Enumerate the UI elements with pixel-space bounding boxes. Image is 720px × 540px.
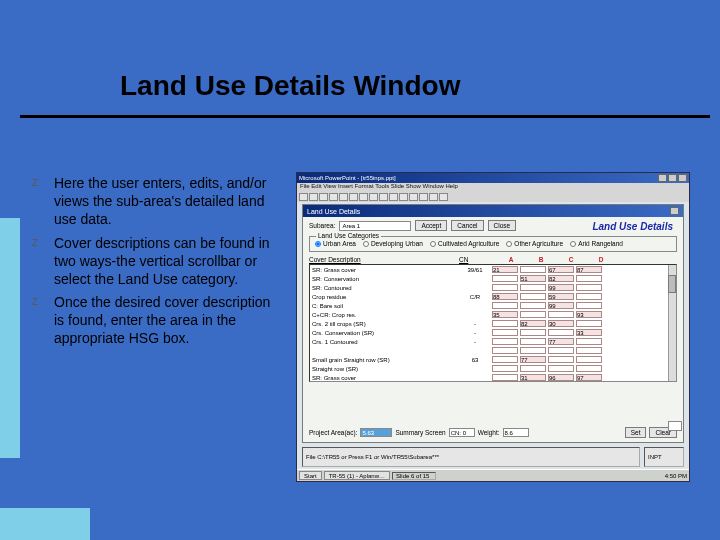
tool-icon[interactable] <box>369 193 378 201</box>
hsg-input[interactable]: 30 <box>548 320 574 327</box>
table-row[interactable]: SR: Grass cover319697 <box>310 373 676 382</box>
hsg-input[interactable]: 99 <box>548 302 574 309</box>
hsg-input[interactable]: 51 <box>520 275 546 282</box>
table-row[interactable]: SR: Grass cover39/61216787 <box>310 265 676 274</box>
hsg-input[interactable] <box>492 338 518 345</box>
hsg-input[interactable] <box>492 320 518 327</box>
hsg-input[interactable] <box>548 365 574 372</box>
hsg-input[interactable]: 67 <box>548 266 574 273</box>
hsg-input[interactable] <box>576 338 602 345</box>
radio-urban[interactable]: Urban Area <box>315 240 356 247</box>
hsg-input[interactable] <box>520 266 546 273</box>
hsg-input[interactable] <box>520 365 546 372</box>
tool-icon[interactable] <box>409 193 418 201</box>
hsg-input[interactable] <box>492 347 518 354</box>
tool-icon[interactable] <box>379 193 388 201</box>
menubar[interactable]: File Edit View Insert Format Tools Slide… <box>297 183 689 192</box>
close-icon[interactable] <box>678 174 687 182</box>
start-button[interactable]: Start <box>299 471 322 480</box>
hsg-input[interactable] <box>492 356 518 363</box>
hsg-input[interactable]: 35 <box>492 311 518 318</box>
hsg-input[interactable] <box>548 356 574 363</box>
tool-icon[interactable] <box>389 193 398 201</box>
tool-icon[interactable] <box>439 193 448 201</box>
scrollbar-thumb[interactable] <box>668 275 676 293</box>
hsg-input[interactable] <box>576 293 602 300</box>
hsg-input[interactable] <box>520 329 546 336</box>
tool-icon[interactable] <box>349 193 358 201</box>
table-row[interactable]: C: Bare soil99 <box>310 301 676 310</box>
table-row[interactable]: Crs. Conservation (SR)-33 <box>310 328 676 337</box>
hsg-input[interactable]: 21 <box>492 266 518 273</box>
table-row[interactable]: C+CR: Crop res.3593 <box>310 310 676 319</box>
subarea-combo[interactable]: Area 1 <box>339 221 411 231</box>
table-row[interactable]: Crs. 2 till crops (SR)-8230 <box>310 319 676 328</box>
radio-other-ag[interactable]: Other Agriculture <box>506 240 563 247</box>
tool-icon[interactable] <box>399 193 408 201</box>
table-row[interactable] <box>310 346 676 355</box>
table-row[interactable]: Crop residueC/R8859 <box>310 292 676 301</box>
tool-icon[interactable] <box>359 193 368 201</box>
accept-button[interactable]: Accept <box>415 220 447 231</box>
minimize-icon[interactable] <box>658 174 667 182</box>
hsg-input[interactable] <box>576 302 602 309</box>
task-item[interactable]: TR-55 (1) - Aplanw… <box>324 471 390 480</box>
cover-listbox[interactable]: SR: Grass cover39/61216787SR: Conservati… <box>309 264 677 382</box>
hsg-input[interactable] <box>576 347 602 354</box>
hsg-input[interactable] <box>548 311 574 318</box>
tool-icon[interactable] <box>429 193 438 201</box>
table-row[interactable]: Small grain Straight row (SR)6377 <box>310 355 676 364</box>
radio-developing[interactable]: Developing Urban <box>363 240 423 247</box>
tool-icon[interactable] <box>339 193 348 201</box>
hsg-input[interactable] <box>520 338 546 345</box>
hsg-input[interactable]: 31 <box>520 374 546 381</box>
hsg-input[interactable]: 88 <box>492 293 518 300</box>
tool-icon[interactable] <box>319 193 328 201</box>
table-row[interactable]: Straight row (SR) <box>310 364 676 373</box>
hsg-input[interactable] <box>520 284 546 291</box>
tool-icon[interactable] <box>329 193 338 201</box>
hsg-input[interactable] <box>548 347 574 354</box>
table-row[interactable]: SR: Conservation5182 <box>310 274 676 283</box>
hsg-input[interactable] <box>492 374 518 381</box>
hsg-input[interactable]: 96 <box>548 374 574 381</box>
hsg-input[interactable] <box>520 347 546 354</box>
tool-icon[interactable] <box>309 193 318 201</box>
hsg-input[interactable] <box>520 311 546 318</box>
hsg-input[interactable]: 97 <box>576 374 602 381</box>
dialog-close-icon[interactable] <box>670 207 679 215</box>
tool-icon[interactable] <box>419 193 428 201</box>
table-row[interactable]: Crs. 1 Contoured-77 <box>310 337 676 346</box>
hsg-input[interactable] <box>520 302 546 309</box>
hsg-input[interactable] <box>576 365 602 372</box>
hsg-input[interactable]: 82 <box>548 275 574 282</box>
hsg-input[interactable]: 77 <box>520 356 546 363</box>
hsg-input[interactable] <box>492 284 518 291</box>
set-button[interactable]: Set <box>625 427 647 438</box>
hsg-input[interactable]: 99 <box>548 284 574 291</box>
hsg-input[interactable] <box>520 293 546 300</box>
hsg-input[interactable]: 82 <box>520 320 546 327</box>
radio-cultivated[interactable]: Cultivated Agriculture <box>430 240 499 247</box>
hsg-input[interactable] <box>492 329 518 336</box>
hsg-input[interactable]: 33 <box>576 329 602 336</box>
hsg-input[interactable] <box>576 356 602 363</box>
radio-arid[interactable]: Arid Rangeland <box>570 240 623 247</box>
hsg-input[interactable] <box>492 302 518 309</box>
tool-icon[interactable] <box>299 193 308 201</box>
hsg-input[interactable] <box>492 365 518 372</box>
maximize-icon[interactable] <box>668 174 677 182</box>
hsg-input[interactable]: 77 <box>548 338 574 345</box>
hsg-input[interactable] <box>548 329 574 336</box>
table-row[interactable]: SR: Contoured99 <box>310 283 676 292</box>
hsg-input[interactable] <box>576 275 602 282</box>
hsg-input[interactable]: 87 <box>576 266 602 273</box>
hsg-input[interactable] <box>576 320 602 327</box>
hsg-input[interactable]: 93 <box>576 311 602 318</box>
hsg-input[interactable] <box>492 275 518 282</box>
helper-icon[interactable] <box>668 421 682 431</box>
hsg-input[interactable] <box>576 284 602 291</box>
proj-area-value[interactable]: 5.63 <box>360 428 392 437</box>
hsg-input[interactable]: 59 <box>548 293 574 300</box>
cancel-button[interactable]: Cancel <box>451 220 483 231</box>
